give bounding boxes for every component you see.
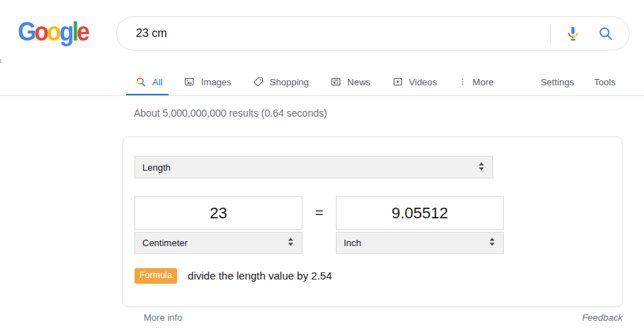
from-column: Centimeter xyxy=(134,196,302,254)
search-bar-divider xyxy=(550,24,551,43)
microphone-icon[interactable] xyxy=(564,25,581,42)
equals-sign: = xyxy=(302,196,336,230)
logo-letter: e xyxy=(77,17,88,46)
category-select[interactable]: Length xyxy=(134,156,493,179)
search-icon[interactable] xyxy=(597,25,614,42)
video-play-icon xyxy=(392,76,403,87)
tab-label: Images xyxy=(201,77,231,87)
tab-label: Shopping xyxy=(270,77,309,87)
search-input[interactable] xyxy=(136,27,435,40)
logo-letter: g xyxy=(60,17,73,46)
from-value-input[interactable] xyxy=(134,196,302,230)
to-unit-select[interactable]: Inch xyxy=(336,232,504,254)
sort-arrows-icon xyxy=(287,238,295,248)
category-select-value: Length xyxy=(142,162,171,173)
search-colored-icon xyxy=(135,76,147,87)
image-icon xyxy=(184,76,195,87)
tab-news[interactable]: News xyxy=(330,68,371,96)
card-footer: More info Feedback xyxy=(122,312,623,323)
search-tabs: All Images Shopping xyxy=(117,68,644,96)
to-unit-value: Inch xyxy=(344,238,361,248)
more-info-link[interactable]: More info xyxy=(144,312,182,323)
settings-menu[interactable]: Settings xyxy=(541,77,574,87)
google-logo[interactable]: Google xyxy=(18,18,88,45)
tab-label: More xyxy=(473,77,494,87)
tag-icon xyxy=(253,76,264,87)
from-unit-select[interactable]: Centimeter xyxy=(134,232,302,254)
newspaper-icon xyxy=(330,76,342,87)
tools-menu[interactable]: Tools xyxy=(594,77,616,87)
formula-row: Formula divide the length value by 2.54 xyxy=(134,268,332,284)
sort-arrows-icon xyxy=(477,162,485,173)
screenshot-edge-artifact xyxy=(0,59,1,63)
logo-letter: o xyxy=(47,17,60,46)
unit-converter-card: Length Centimeter xyxy=(122,137,623,307)
formula-text: divide the length value by 2.54 xyxy=(188,270,332,282)
logo-letter: o xyxy=(34,17,47,46)
search-bar-actions xyxy=(550,24,629,43)
from-unit-value: Centimeter xyxy=(142,238,188,248)
tabs-right-menu: Settings Tools xyxy=(541,77,616,87)
to-value-input[interactable] xyxy=(336,196,504,230)
tab-shopping[interactable]: Shopping xyxy=(253,68,309,96)
header-divider xyxy=(0,95,644,96)
tab-images[interactable]: Images xyxy=(184,68,231,96)
to-column: Inch xyxy=(336,196,504,254)
tab-videos[interactable]: Videos xyxy=(392,68,438,96)
feedback-link[interactable]: Feedback xyxy=(582,312,623,323)
sort-arrows-icon xyxy=(488,238,496,248)
formula-badge: Formula xyxy=(134,268,177,284)
tab-label: News xyxy=(347,77,371,87)
tab-label: All xyxy=(152,77,162,87)
tab-all[interactable]: All xyxy=(135,68,162,96)
results-stats: About 5,000,000,000 results (0.64 second… xyxy=(134,107,327,119)
tab-label: Videos xyxy=(409,77,438,87)
tab-more[interactable]: More xyxy=(458,68,494,96)
search-bar[interactable] xyxy=(116,16,630,50)
google-search-results-page: Google xyxy=(0,0,644,330)
conversion-row: Centimeter = Inch xyxy=(134,196,504,254)
logo-letter: G xyxy=(18,17,34,46)
vertical-dots-icon xyxy=(458,76,467,87)
